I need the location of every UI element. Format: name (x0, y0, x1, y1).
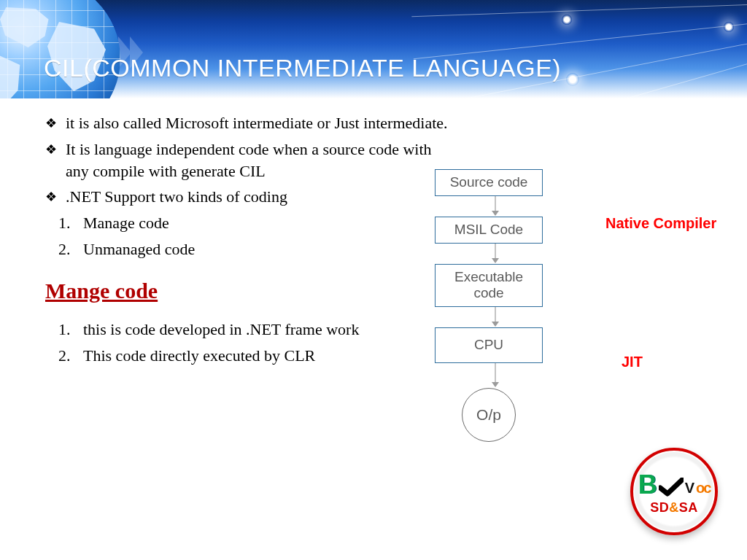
logo-subtext: SD&SA (650, 501, 698, 514)
item-number: 1. (58, 319, 73, 341)
item-text: Manage code (83, 212, 169, 234)
header-decor-lines (441, 0, 747, 98)
flow-box-executable-code: Executable code (435, 264, 543, 308)
flow-box-msil-code: MSIL Code (435, 217, 543, 244)
logo-letter-v: V (685, 481, 694, 495)
diamond-bullet-icon: ❖ (45, 112, 57, 134)
flow-output: O/p (462, 388, 516, 442)
slide-title: CIL(COMMON INTERMEDIATE LANGUAGE) (44, 54, 561, 82)
item-number: 2. (58, 345, 73, 367)
item-number: 1. (58, 212, 73, 234)
svg-marker-7 (492, 382, 499, 387)
slide-header: CIL(COMMON INTERMEDIATE LANGUAGE) (0, 0, 747, 98)
flow-box-source-code: Source code (435, 169, 543, 196)
diamond-bullet-icon: ❖ (45, 139, 57, 182)
item-text: this is code developed in .NET frame wor… (83, 319, 359, 341)
bullet-text: it is also called Microsoft intermediate… (66, 112, 448, 134)
svg-marker-5 (492, 322, 499, 327)
svg-marker-1 (492, 211, 499, 216)
flow-box-cpu: CPU (435, 327, 543, 363)
item-text: Unmanaged code (83, 238, 195, 260)
globe-icon (0, 0, 120, 98)
flow-diagram: Source code MSIL Code Executable code CP… (387, 169, 591, 442)
logo-letters-oc: oc (696, 481, 710, 495)
logo-badge: B V oc SD&SA (630, 448, 718, 535)
diamond-bullet-icon: ❖ (45, 186, 57, 208)
logo-letter-b: B (638, 472, 657, 498)
bullet-text: .NET Support two kinds of coding (66, 186, 287, 208)
svg-marker-3 (492, 258, 499, 263)
item-number: 2. (58, 238, 73, 260)
label-jit: JIT (622, 354, 643, 370)
label-native-compiler: Native Compiler (605, 215, 716, 232)
checkmark-icon (659, 478, 684, 497)
item-text: This code directly executed by CLR (83, 345, 315, 367)
bullet-item: ❖ it is also called Microsoft intermedia… (45, 112, 454, 134)
